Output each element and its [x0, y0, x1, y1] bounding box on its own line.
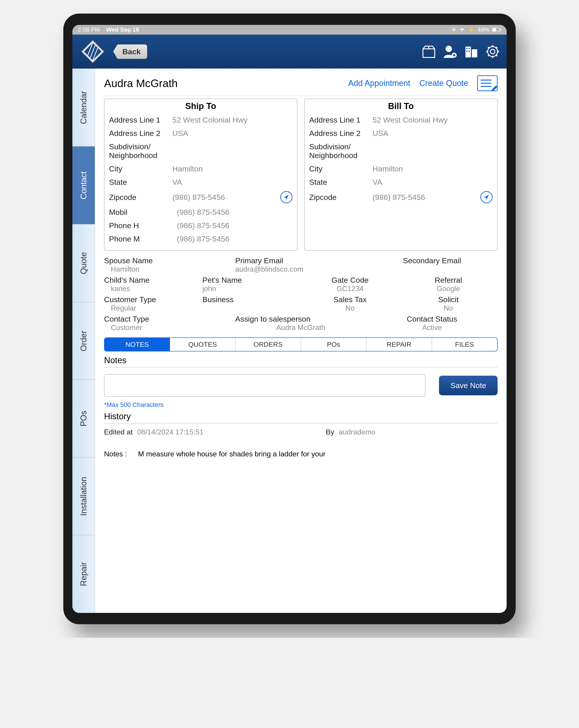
child-label: Child's Name [104, 276, 203, 285]
edited-at-label: Edited at [104, 428, 133, 436]
ship-phonem-value: (986) 875-5456 [172, 235, 292, 243]
main-content: Audra McGrath Add Appointment Create Quo… [95, 69, 507, 613]
wifi-icon [459, 26, 465, 33]
svg-point-10 [446, 46, 452, 52]
app-logo [79, 38, 106, 65]
subtab-quotes[interactable]: QUOTES [170, 338, 236, 351]
salestax-label: Sales Tax [301, 295, 399, 304]
contacttype-label: Contact Type [104, 315, 235, 323]
battery-charge-icon: ⚡ [468, 26, 475, 33]
contact-details: Spouse NameHamilton Primary Emailaudra@b… [104, 255, 498, 333]
bill-addr2-label: Address Line 2 [309, 129, 372, 138]
back-button[interactable]: Back [113, 44, 147, 59]
notes-section: Notes Save Note *Max 500 Characters Hist… [104, 354, 498, 467]
referral-value: Google [399, 285, 498, 293]
primary-email-label: Primary Email [235, 256, 366, 265]
bill-navigate-icon[interactable] [480, 191, 493, 203]
buildings-icon[interactable] [464, 44, 479, 59]
gear-icon[interactable] [485, 44, 500, 59]
bill-addr2-value: USA [372, 129, 493, 138]
sidebar-item-installation[interactable]: Installation [72, 457, 95, 535]
bill-state-value: VA [372, 178, 493, 187]
gate-value: GC1234 [301, 285, 399, 293]
svg-line-29 [488, 55, 490, 56]
contacttype-value: Customer [104, 323, 235, 332]
create-quote-link[interactable]: Create Quote [419, 78, 468, 88]
customer-name: Audra McGrath [104, 77, 178, 89]
add-user-icon[interactable] [443, 44, 457, 59]
sidebar-item-pos[interactable]: POs [72, 380, 95, 457]
bill-addr1-label: Address Line 1 [309, 115, 372, 124]
notes-body-text: M measure whole house for shades bring a… [138, 450, 325, 458]
svg-rect-1 [493, 28, 496, 31]
pet-value: john [203, 285, 301, 293]
sidebar-item-quote[interactable]: Quote [72, 224, 95, 302]
history-title: History [104, 410, 498, 423]
custtype-value: Regular [104, 304, 203, 312]
battery-percent: 49% [478, 26, 490, 33]
assign-value: Audra McGrath [235, 323, 366, 332]
ship-mobil-value: (986) 875-5456 [172, 208, 292, 217]
gate-label: Gate Code [301, 276, 399, 285]
svg-point-20 [490, 49, 495, 54]
sidebar-item-calendar[interactable]: Calendar [72, 69, 95, 146]
sidebar-item-order[interactable]: Order [72, 302, 95, 380]
bill-to-title: Bill To [309, 101, 493, 111]
ship-city-value: Hamilton [172, 164, 292, 173]
contact-sub-tabs: NOTES QUOTES ORDERS POs REPAIR FILES [104, 337, 498, 352]
ship-mobil-label: Mobil [109, 208, 172, 217]
ship-phoneh-value: (986) 875-5456 [172, 221, 292, 230]
status-date: Wed Sep 18 [106, 26, 139, 33]
secondary-email-label: Secondary Email [366, 256, 498, 265]
solicit-label: Solicit [399, 295, 498, 304]
bill-zip-label: Zipcode [309, 193, 372, 202]
svg-rect-8 [423, 49, 435, 57]
bill-city-label: City [309, 164, 372, 173]
sidebar-item-contact[interactable]: Contact [72, 146, 95, 224]
ship-addr2-value: USA [172, 129, 292, 138]
sidebar-item-repair[interactable]: Repair [72, 535, 95, 613]
bill-zip-value: (986) 875-5456 [372, 193, 480, 202]
archive-icon[interactable] [422, 44, 436, 59]
ship-addr1-label: Address Line 1 [109, 115, 172, 124]
notes-title: Notes [104, 354, 498, 367]
subtab-pos[interactable]: POs [301, 338, 367, 351]
ipad-device-frame: 2:08 PM Wed Sep 18 ✈ ⚡ 49% [63, 14, 516, 624]
subtab-notes[interactable]: NOTES [105, 338, 170, 351]
ship-zip-label: Zipcode [109, 193, 172, 202]
svg-line-26 [488, 47, 490, 48]
history-meta: Edited at 08/14/2024 17:15:51 By audrade… [104, 423, 498, 441]
pet-label: Pet's Name [203, 276, 301, 285]
bill-city-value: Hamilton [372, 164, 493, 173]
save-note-button[interactable]: Save Note [439, 375, 498, 395]
ship-to-title: Ship To [109, 101, 292, 111]
ship-navigate-icon[interactable] [280, 191, 292, 203]
spouse-value: Hamilton [104, 265, 235, 274]
ship-addr2-label: Address Line 2 [109, 129, 172, 138]
salestax-value: No [301, 304, 399, 312]
notes-body-label: Notes : [104, 450, 127, 458]
subtab-repair[interactable]: REPAIR [366, 338, 432, 351]
svg-rect-18 [466, 51, 468, 52]
edited-by-label: By [326, 428, 334, 436]
referral-label: Referral [399, 276, 498, 285]
custtype-label: Customer Type [104, 295, 203, 304]
assign-label: Assign to salesperson [235, 315, 366, 323]
bill-addr1-value: 52 West Colonial Hwy [372, 115, 493, 124]
status-time: 2:08 PM [78, 26, 100, 33]
subtab-orders[interactable]: ORDERS [235, 338, 301, 351]
add-appointment-link[interactable]: Add Appointment [348, 78, 410, 88]
subtab-files[interactable]: FILES [432, 338, 497, 351]
note-input[interactable] [104, 374, 425, 397]
svg-line-27 [496, 55, 497, 56]
ship-phonem-label: Phone M [109, 235, 172, 243]
bill-state-label: State [309, 178, 372, 187]
contactstatus-value: Active [366, 323, 498, 332]
edit-form-icon[interactable] [477, 75, 498, 91]
notes-max-hint: *Max 500 Characters [104, 401, 498, 409]
ship-to-card: Ship To Address Line 152 West Colonial H… [104, 99, 297, 251]
ship-city-label: City [109, 164, 172, 173]
side-nav: Calendar Contact Quote Order POs Install… [72, 69, 95, 613]
svg-rect-15 [472, 49, 477, 57]
contactstatus-label: Contact Status [366, 315, 498, 323]
